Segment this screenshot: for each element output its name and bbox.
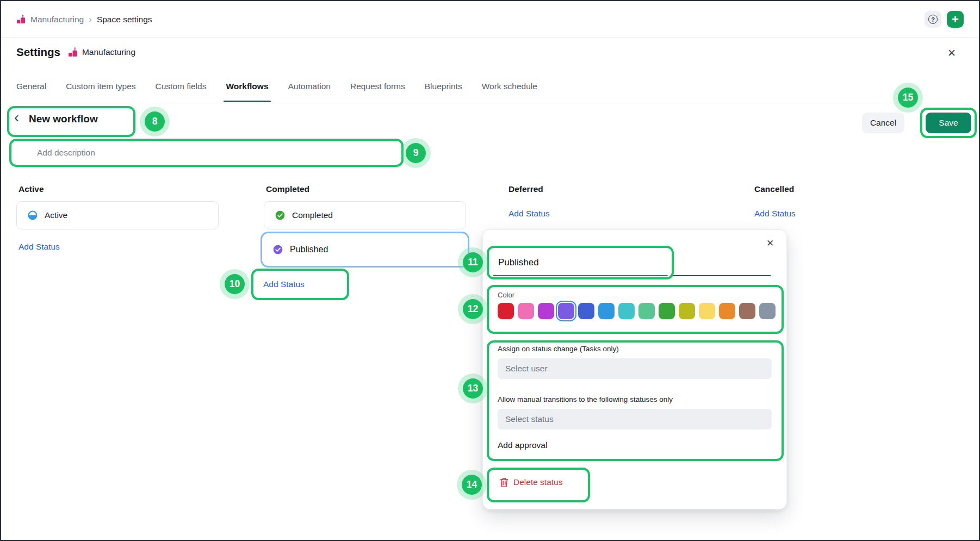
color-swatch-14[interactable]: [759, 303, 776, 319]
annotation-badge-15: 15: [898, 88, 918, 108]
add-status-link-active[interactable]: Add Status: [18, 242, 60, 252]
tab-automation[interactable]: Automation: [288, 82, 331, 102]
workflow-title[interactable]: New workflow: [29, 113, 98, 125]
space-icon: [68, 47, 78, 57]
add-status-link-deferred[interactable]: Add Status: [508, 209, 550, 219]
breadcrumb-current-page: Space settings: [97, 15, 152, 24]
color-swatch-6[interactable]: [598, 303, 615, 319]
plus-icon: +: [952, 14, 959, 26]
popup-close-icon[interactable]: ✕: [766, 238, 774, 249]
color-swatch-11[interactable]: [699, 303, 715, 319]
tab-general[interactable]: General: [16, 82, 46, 102]
app-window: Manufacturing › Space settings ? + Setti…: [0, 0, 980, 541]
save-button[interactable]: Save: [926, 113, 971, 133]
status-name-input[interactable]: Published: [493, 250, 771, 276]
column-header-completed: Completed: [266, 184, 309, 194]
topbar-actions: ? +: [925, 11, 964, 28]
select-status-input[interactable]: Select status: [498, 409, 772, 430]
settings-header: Settings Manufacturing: [16, 46, 135, 59]
tab-work-schedule[interactable]: Work schedule: [482, 82, 537, 102]
add-status-link-cancelled[interactable]: Add Status: [754, 209, 796, 219]
color-swatch-10[interactable]: [679, 303, 695, 319]
space-name: Manufacturing: [82, 47, 135, 57]
status-name: Active: [45, 210, 67, 220]
color-swatch-2[interactable]: [518, 303, 534, 319]
color-swatch-7[interactable]: [618, 303, 635, 319]
status-name: Completed: [292, 210, 333, 220]
transitions-label: Allow manual transitions to the followin…: [498, 395, 673, 403]
color-swatch-row: [498, 303, 776, 319]
description-input[interactable]: Add description: [11, 141, 401, 165]
color-swatch-8[interactable]: [638, 303, 655, 319]
help-button[interactable]: ?: [925, 11, 941, 28]
page-title: Settings: [16, 46, 60, 59]
annotation-badge-12: 12: [463, 299, 483, 319]
status-card-completed[interactable]: Completed: [264, 201, 466, 229]
half-filled-circle-icon: [28, 210, 38, 220]
select-user-input[interactable]: Select user: [498, 358, 772, 379]
column-header-deferred: Deferred: [508, 184, 543, 194]
cancel-button[interactable]: Cancel: [862, 113, 904, 133]
status-card-active[interactable]: Active: [16, 201, 219, 229]
add-status-link-completed[interactable]: Add Status: [263, 279, 305, 289]
breadcrumb-space-link[interactable]: Manufacturing: [30, 15, 84, 24]
column-header-cancelled: Cancelled: [754, 184, 794, 194]
annotation-badge-13: 13: [463, 378, 483, 399]
trash-icon: [500, 477, 508, 487]
assign-label: Assign on status change (Tasks only): [498, 345, 619, 353]
color-swatch-1[interactable]: [498, 303, 514, 319]
tab-custom-fields[interactable]: Custom fields: [156, 82, 207, 102]
close-settings-icon[interactable]: ✕: [947, 47, 956, 59]
tabs-divider: [1, 103, 979, 103]
delete-status-label: Delete status: [513, 477, 562, 487]
annotation-badge-14: 14: [462, 475, 482, 495]
space-icon: [16, 15, 26, 24]
space-tag: Manufacturing: [68, 47, 135, 57]
tab-blueprints[interactable]: Blueprints: [425, 82, 462, 102]
tab-request-forms[interactable]: Request forms: [350, 82, 405, 102]
color-swatch-13[interactable]: [739, 303, 755, 319]
color-swatch-5[interactable]: [578, 303, 594, 319]
tab-custom-item-types[interactable]: Custom item types: [66, 82, 135, 102]
breadcrumb: Manufacturing › Space settings: [16, 14, 152, 25]
annotation-badge-9: 9: [406, 143, 426, 163]
breadcrumb-separator-icon: ›: [89, 14, 92, 25]
status-name: Published: [290, 245, 328, 254]
check-circle-icon: [273, 245, 283, 254]
create-button[interactable]: +: [947, 11, 964, 28]
color-swatch-4[interactable]: [558, 303, 574, 319]
color-swatch-3[interactable]: [538, 303, 554, 319]
color-swatch-9[interactable]: [659, 303, 675, 319]
check-circle-icon: [275, 210, 285, 220]
annotation-badge-8: 8: [145, 111, 165, 132]
status-card-published-focused[interactable]: Published: [260, 232, 469, 268]
back-chevron-icon[interactable]: ‹: [14, 110, 19, 125]
column-header-active: Active: [18, 184, 44, 194]
workflow-titlebar: ‹ New workflow: [14, 113, 98, 125]
color-section-label: Color: [498, 291, 514, 299]
settings-tabs: GeneralCustom item typesCustom fieldsWor…: [16, 82, 537, 102]
annotation-badge-10: 10: [225, 274, 245, 294]
tab-workflows[interactable]: Workflows: [226, 82, 268, 102]
color-swatch-12[interactable]: [719, 303, 735, 319]
add-approval-link[interactable]: Add approval: [498, 440, 547, 450]
top-bar: Manufacturing › Space settings ? +: [1, 1, 979, 38]
delete-status-button[interactable]: Delete status: [500, 477, 562, 487]
question-mark-icon: ?: [928, 15, 938, 24]
